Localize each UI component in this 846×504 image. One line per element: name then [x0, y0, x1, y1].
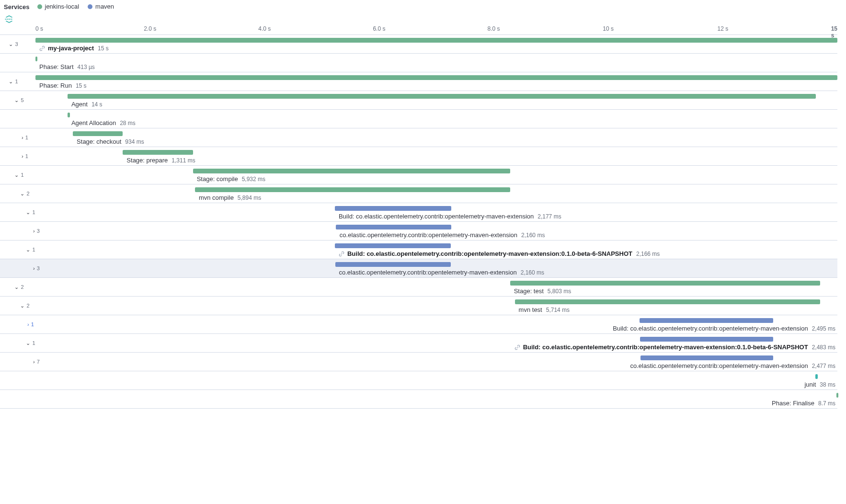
chevron-down-icon: ⌄	[20, 303, 24, 309]
child-count: 1	[32, 247, 35, 252]
expand-toggle[interactable]: ⌄1	[4, 72, 23, 91]
span-label: Stage: checkout934 ms	[77, 138, 144, 145]
span-row[interactable]: ⌄1Stage: compile5,932 ms	[0, 166, 837, 184]
span-duration: 934 ms	[125, 138, 144, 145]
span-row[interactable]: ›1Stage: prepare1,311 ms	[0, 147, 837, 166]
axis-tick: 0 s	[35, 25, 43, 32]
span-row[interactable]: ⌄2mvn test5,714 ms	[0, 297, 837, 315]
span-row[interactable]: ⌄5Agent14 s	[0, 91, 837, 110]
services-legend: jenkins-localmaven	[37, 3, 123, 11]
chevron-down-icon: ⌄	[14, 172, 19, 178]
span-name: co.elastic.opentelemetry.contrib:opentel…	[339, 269, 517, 276]
span-label: mvn test5,714 ms	[519, 306, 570, 313]
expand-toggle[interactable]: ›7	[27, 353, 46, 371]
child-count: 2	[21, 284, 23, 290]
span-name: mvn test	[519, 306, 542, 313]
expand-toggle[interactable]: ›3	[27, 222, 46, 240]
expand-toggle[interactable]: ⌄1	[21, 241, 40, 259]
expand-toggle[interactable]: ⌄1	[10, 166, 29, 184]
span-bar	[123, 150, 193, 155]
span-row[interactable]: ⌄1Build: co.elastic.opentelemetry.contri…	[0, 334, 837, 353]
span-duration: 5,714 ms	[546, 307, 570, 313]
span-row[interactable]: ⌄3my-java-project15 s	[0, 35, 837, 54]
child-count: 2	[26, 191, 29, 196]
expand-toggle[interactable]: ⌄5	[10, 91, 29, 109]
span-duration: 15 s	[76, 82, 87, 89]
span-label: Phase: Run15 s	[39, 82, 87, 89]
span-row[interactable]: ⌄1Phase: Run15 s	[0, 72, 837, 91]
span-name: Build: co.elastic.opentelemetry.contrib:…	[347, 250, 632, 257]
expand-toggle[interactable]: ›1	[21, 315, 40, 333]
span-row[interactable]: Agent Allocation28 ms	[0, 110, 837, 128]
span-duration: 2,160 ms	[521, 232, 545, 239]
axis-tick: 8.0 s	[488, 25, 500, 32]
chevron-right-icon: ›	[27, 322, 29, 327]
services-label: Services	[4, 3, 30, 11]
expand-toggle[interactable]: ›3	[27, 259, 46, 277]
span-bar	[510, 281, 821, 286]
collapse-all-icon[interactable]	[5, 15, 13, 23]
expand-toggle[interactable]: ⌄1	[21, 334, 40, 352]
expand-toggle[interactable]: ›1	[15, 147, 34, 165]
child-count: 1	[21, 172, 23, 178]
span-label: Agent Allocation28 ms	[71, 119, 136, 126]
chevron-down-icon: ⌄	[9, 42, 13, 47]
span-bar	[35, 38, 837, 43]
span-label: Phase: Start413 µs	[39, 63, 95, 70]
span-name: Agent Allocation	[71, 119, 116, 126]
expand-toggle[interactable]: ›1	[15, 128, 34, 147]
span-name: Stage: test	[514, 287, 544, 295]
span-duration: 413 µs	[78, 64, 95, 70]
child-count: 1	[25, 153, 28, 159]
span-duration: 2,495 ms	[812, 325, 835, 332]
span-duration: 2,160 ms	[521, 269, 544, 276]
child-count: 2	[26, 303, 29, 309]
span-row[interactable]: ›7co.elastic.opentelemetry.contrib:opent…	[0, 353, 837, 371]
span-duration: 2,483 ms	[812, 344, 835, 351]
span-name: Phase: Finalise	[772, 400, 814, 407]
span-label: junit38 ms	[804, 381, 835, 388]
child-count: 3	[15, 41, 18, 47]
span-bar	[68, 94, 816, 99]
span-duration: 2,166 ms	[636, 251, 660, 257]
span-row[interactable]: ⌄2mvn compile5,894 ms	[0, 184, 837, 203]
span-name: my-java-project	[48, 45, 94, 52]
span-row[interactable]: ›3co.elastic.opentelemetry.contrib:opent…	[0, 222, 837, 241]
chevron-right-icon: ›	[22, 135, 23, 140]
span-bar	[35, 75, 837, 80]
span-row[interactable]: ›1Stage: checkout934 ms	[0, 128, 837, 147]
time-axis: 0 s2.0 s4.0 s6.0 s8.0 s10 s12 s15 s	[0, 24, 837, 35]
expand-toggle[interactable]: ⌄3	[4, 35, 23, 53]
legend-item: jenkins-local	[37, 3, 80, 10]
span-label: Phase: Finalise8.7 ms	[772, 400, 835, 407]
child-count: 1	[32, 340, 35, 346]
span-name: Build: co.elastic.opentelemetry.contrib:…	[613, 325, 808, 332]
span-row[interactable]: ⌄2Stage: test5,803 ms	[0, 278, 837, 297]
expand-toggle[interactable]: ⌄2	[10, 278, 29, 296]
span-name: Phase: Run	[39, 82, 72, 89]
expand-toggle[interactable]: ⌄1	[21, 203, 40, 221]
span-label: co.elastic.opentelemetry.contrib:opentel…	[340, 231, 545, 239]
chevron-right-icon: ›	[22, 154, 23, 159]
chevron-right-icon: ›	[33, 266, 35, 271]
span-row[interactable]: Phase: Finalise8.7 ms	[0, 390, 837, 409]
span-label: Stage: compile5,932 ms	[197, 175, 265, 183]
link-icon	[339, 251, 344, 257]
axis-tick: 6.0 s	[373, 25, 385, 32]
span-row[interactable]: junit38 ms	[0, 371, 837, 390]
span-label: Stage: test5,803 ms	[514, 287, 572, 295]
span-row[interactable]: ⌄1Build: co.elastic.opentelemetry.contri…	[0, 203, 837, 222]
expand-toggle[interactable]: ⌄2	[15, 297, 34, 315]
span-row[interactable]: ›3co.elastic.opentelemetry.contrib:opent…	[0, 259, 837, 278]
span-row[interactable]: ⌄1Build: co.elastic.opentelemetry.contri…	[0, 241, 837, 259]
axis-tick: 10 s	[603, 25, 614, 32]
axis-tick: 2.0 s	[144, 25, 156, 32]
span-row[interactable]: ›1Build: co.elastic.opentelemetry.contri…	[0, 315, 837, 334]
link-icon	[514, 344, 520, 350]
axis-tick: 4.0 s	[258, 25, 271, 32]
expand-toggle[interactable]: ⌄2	[15, 184, 34, 203]
span-duration: 1,311 ms	[171, 157, 195, 164]
chevron-down-icon: ⌄	[14, 98, 19, 103]
span-bar	[336, 225, 451, 229]
span-row[interactable]: Phase: Start413 µs	[0, 54, 837, 72]
